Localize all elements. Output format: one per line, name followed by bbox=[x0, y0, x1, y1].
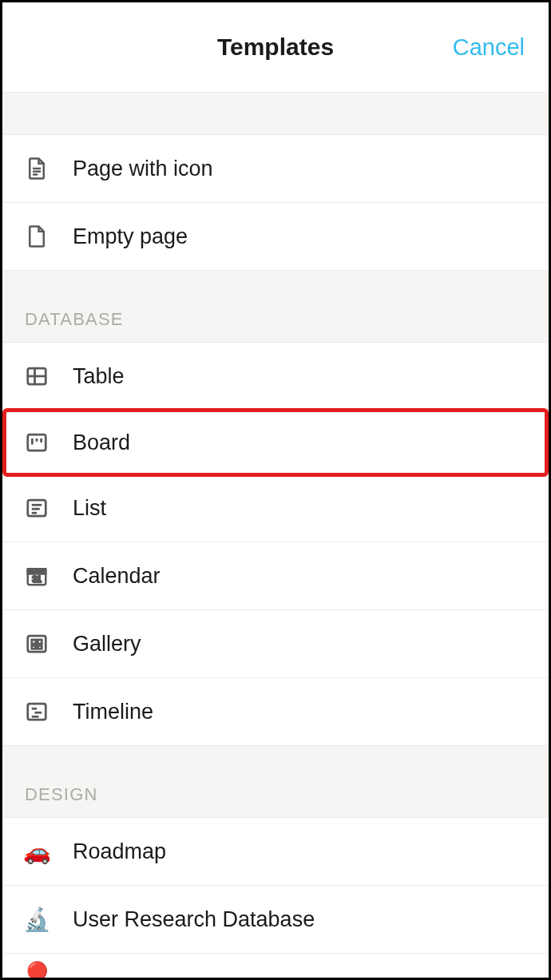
svg-rect-21 bbox=[38, 646, 42, 649]
svg-text:31: 31 bbox=[32, 575, 42, 584]
partial-emoji-icon: 🔴 bbox=[25, 959, 49, 980]
gallery-icon bbox=[25, 632, 49, 656]
section-header-database: DATABASE bbox=[2, 271, 549, 343]
template-label: Timeline bbox=[73, 700, 153, 724]
microscope-emoji-icon: 🔬 bbox=[25, 907, 49, 931]
svg-rect-19 bbox=[38, 640, 42, 644]
board-icon bbox=[25, 430, 49, 454]
section-spacer bbox=[2, 92, 549, 135]
template-label: Empty page bbox=[73, 224, 188, 249]
page-title: Templates bbox=[217, 34, 334, 61]
list-icon bbox=[25, 496, 49, 520]
template-label: Calendar bbox=[73, 564, 161, 589]
section-title: DATABASE bbox=[25, 309, 124, 330]
template-board[interactable]: Board bbox=[2, 408, 549, 477]
template-label: Roadmap bbox=[73, 839, 166, 864]
template-gallery[interactable]: Gallery bbox=[2, 610, 549, 678]
template-page-with-icon[interactable]: Page with icon bbox=[2, 135, 549, 203]
template-user-research[interactable]: 🔬 User Research Database bbox=[2, 886, 549, 954]
template-calendar[interactable]: 31 Calendar bbox=[2, 542, 549, 610]
template-label: Page with icon bbox=[73, 157, 213, 181]
page-with-lines-icon bbox=[25, 157, 49, 181]
template-label: Board bbox=[73, 430, 130, 455]
calendar-icon: 31 bbox=[25, 564, 49, 588]
table-icon bbox=[25, 364, 49, 388]
template-timeline[interactable]: Timeline bbox=[2, 678, 549, 746]
svg-rect-6 bbox=[28, 434, 46, 450]
empty-page-icon bbox=[25, 224, 49, 248]
template-empty-page[interactable]: Empty page bbox=[2, 203, 549, 271]
section-title: DESIGN bbox=[25, 784, 98, 805]
template-list[interactable]: List bbox=[2, 474, 549, 542]
svg-rect-20 bbox=[32, 646, 36, 649]
svg-rect-18 bbox=[32, 640, 36, 644]
template-label: User Research Database bbox=[73, 907, 315, 932]
template-roadmap[interactable]: 🚗 Roadmap bbox=[2, 818, 549, 886]
svg-rect-15 bbox=[28, 569, 46, 573]
timeline-icon bbox=[25, 700, 49, 724]
car-emoji-icon: 🚗 bbox=[25, 839, 49, 863]
template-label: Gallery bbox=[73, 632, 141, 657]
template-table[interactable]: Table bbox=[2, 343, 549, 411]
section-header-design: DESIGN bbox=[2, 746, 549, 818]
template-label: Table bbox=[73, 364, 125, 389]
cancel-button[interactable]: Cancel bbox=[453, 34, 525, 61]
template-partial[interactable]: 🔴 bbox=[2, 954, 549, 978]
header: Templates Cancel bbox=[2, 2, 549, 92]
template-label: List bbox=[73, 496, 106, 521]
